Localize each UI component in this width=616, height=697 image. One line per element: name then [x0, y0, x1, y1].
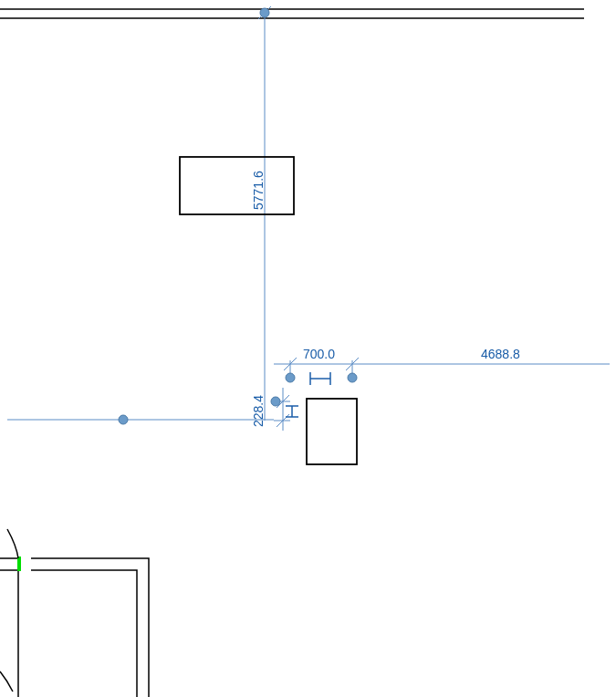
entity-rect-1[interactable] [180, 157, 294, 214]
grip-dot[interactable] [271, 397, 280, 406]
cad-canvas[interactable]: 5771.6 700.0 4688.8 228.4 [0, 0, 616, 697]
entity-arc-1[interactable] [7, 529, 18, 558]
dimension-horizontal-b[interactable]: 4688.8 [481, 347, 520, 361]
dimension-vertical-main[interactable]: 5771.6 [251, 171, 266, 210]
dimension-vertical-small[interactable]: 228.4 [251, 395, 266, 427]
grip-dot[interactable] [286, 373, 295, 382]
selection-marker[interactable] [17, 557, 21, 571]
entity-rect-2[interactable] [307, 399, 357, 464]
entity-wall-inner[interactable] [31, 570, 137, 697]
entity-wall-outer2[interactable] [31, 558, 149, 697]
entity-arc-2[interactable] [0, 671, 13, 692]
entity-wall-outer[interactable] [0, 558, 18, 697]
grip-dot[interactable] [348, 373, 357, 382]
align-marker-icon [310, 372, 330, 385]
grip-dot[interactable] [260, 8, 269, 17]
dimension-horizontal-a[interactable]: 700.0 [303, 347, 335, 361]
grip-dot[interactable] [119, 415, 128, 424]
